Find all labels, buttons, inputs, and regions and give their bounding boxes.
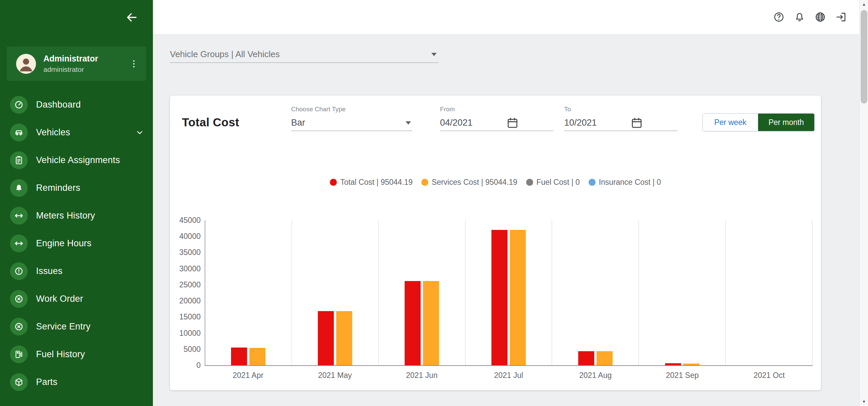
fuel-history-icon bbox=[10, 346, 28, 363]
chevron-down-icon bbox=[431, 53, 437, 56]
notifications-icon[interactable] bbox=[793, 11, 806, 23]
legend-label: Services Cost | 95044.19 bbox=[432, 178, 518, 187]
app-root: Administrator administrator DashboardVeh… bbox=[0, 0, 868, 406]
calendar-icon[interactable] bbox=[597, 116, 676, 129]
legend-dot bbox=[589, 179, 596, 186]
assignments-icon bbox=[10, 151, 28, 169]
legend-total-cost[interactable]: Total Cost | 95044.19 bbox=[330, 178, 413, 187]
legend-fuel-cost[interactable]: Fuel Cost | 0 bbox=[526, 178, 580, 187]
profile-card[interactable]: Administrator administrator bbox=[7, 47, 146, 81]
date-from-value: 04/2021 bbox=[440, 118, 473, 128]
legend-dot bbox=[421, 179, 428, 186]
legend-services-cost[interactable]: Services Cost | 95044.19 bbox=[421, 178, 518, 187]
language-icon[interactable] bbox=[814, 11, 827, 23]
card-title: Total Cost bbox=[182, 116, 239, 129]
y-tick-label: 10000 bbox=[179, 328, 200, 338]
chart-cell-2021-may bbox=[292, 220, 379, 365]
chart-cell-2021-jun bbox=[379, 220, 466, 365]
kebab-icon bbox=[129, 58, 139, 69]
x-axis-label: 2021 Oct bbox=[726, 371, 813, 380]
main-content: Vehicle Groups | All Vehicles Total Cost… bbox=[153, 35, 859, 406]
sidebar-item-reminders[interactable]: Reminders bbox=[0, 174, 153, 202]
y-tick-label: 20000 bbox=[179, 296, 200, 306]
topbar bbox=[153, 0, 859, 34]
y-tick-label: 0 bbox=[196, 361, 200, 370]
scroll-up-button[interactable] bbox=[860, 0, 868, 9]
y-tick-label: 35000 bbox=[179, 248, 200, 257]
sidebar-item-vehicle-assignments[interactable]: Vehicle Assignments bbox=[0, 146, 153, 174]
per-week-button[interactable]: Per week bbox=[703, 114, 758, 131]
chart-legend: Total Cost | 95044.19Services Cost | 950… bbox=[170, 178, 821, 187]
calendar-icon[interactable] bbox=[473, 116, 552, 129]
plot-area: 0500010000150002000025000300003500040000… bbox=[205, 220, 813, 366]
bar-services-cost bbox=[683, 364, 700, 365]
bar-services-cost bbox=[510, 230, 526, 365]
logout-icon[interactable] bbox=[835, 11, 847, 23]
sidebar-item-parts[interactable]: Parts bbox=[0, 368, 153, 396]
sidebar-menu: DashboardVehiclesVehicle AssignmentsRemi… bbox=[0, 91, 153, 396]
sidebar-item-dashboard[interactable]: Dashboard bbox=[0, 91, 153, 119]
chevron-down-icon bbox=[135, 128, 144, 137]
sidebar-item-label: Vehicle Assignments bbox=[36, 155, 120, 166]
sidebar-header bbox=[0, 0, 153, 34]
x-axis-labels: 2021 Apr2021 May2021 Jun2021 Jul2021 Aug… bbox=[205, 371, 813, 380]
chart-cell-2021-jul bbox=[466, 220, 553, 365]
sidebar-item-label: Work Order bbox=[36, 294, 83, 304]
date-from-field[interactable]: From 04/2021 bbox=[440, 106, 554, 131]
sidebar-item-engine-hours[interactable]: Engine Hours bbox=[0, 230, 153, 257]
bar-services-cost bbox=[249, 348, 266, 365]
sidebar-item-label: Vehicles bbox=[36, 127, 70, 138]
x-axis-label: 2021 Jun bbox=[378, 371, 465, 380]
bar-total-cost bbox=[231, 348, 247, 365]
chart-type-label: Choose Chart Type bbox=[291, 106, 412, 113]
scrollbar-thumb[interactable] bbox=[861, 10, 867, 104]
chart-type-select[interactable]: Choose Chart Type Bar bbox=[291, 106, 412, 131]
y-tick-label: 15000 bbox=[179, 313, 200, 321]
scrollbar[interactable] bbox=[859, 0, 868, 406]
y-tick-label: 45000 bbox=[179, 216, 200, 225]
sidebar-item-issues[interactable]: Issues bbox=[0, 257, 153, 285]
profile-menu-button[interactable] bbox=[129, 58, 139, 69]
sidebar-item-fuel-history[interactable]: Fuel History bbox=[0, 341, 153, 368]
profile-text: Administrator administrator bbox=[43, 54, 98, 74]
x-axis-label: 2021 May bbox=[291, 371, 378, 380]
bar-total-cost bbox=[578, 351, 594, 365]
sidebar-item-label: Meters History bbox=[36, 210, 95, 221]
x-axis-label: 2021 Apr bbox=[205, 371, 291, 380]
reminders-icon bbox=[10, 179, 28, 197]
sidebar-item-vehicles[interactable]: Vehicles bbox=[0, 119, 153, 146]
sidebar-item-label: Fuel History bbox=[36, 349, 85, 359]
sidebar: Administrator administrator DashboardVeh… bbox=[0, 0, 153, 406]
legend-dot bbox=[330, 179, 337, 186]
profile-name: Administrator bbox=[43, 54, 98, 64]
date-from-label: From bbox=[440, 106, 554, 113]
date-to-value: 10/2021 bbox=[564, 118, 597, 128]
help-icon[interactable] bbox=[773, 11, 785, 23]
date-to-field[interactable]: To 10/2021 bbox=[564, 106, 678, 131]
legend-dot bbox=[526, 179, 533, 186]
parts-icon bbox=[10, 373, 28, 391]
sidebar-item-service-entry[interactable]: Service Entry bbox=[0, 313, 153, 341]
bar-services-cost bbox=[336, 311, 352, 365]
vehicle-groups-select[interactable]: Vehicle Groups | All Vehicles bbox=[170, 46, 439, 63]
sidebar-item-work-order[interactable]: Work Order bbox=[0, 285, 153, 313]
chevron-down-icon bbox=[406, 121, 411, 125]
issues-icon bbox=[10, 262, 28, 280]
meters-history-icon bbox=[10, 207, 28, 225]
y-tick-label: 30000 bbox=[179, 264, 200, 273]
back-arrow-icon bbox=[125, 11, 138, 24]
scroll-down-button[interactable] bbox=[860, 397, 868, 406]
legend-insurance-cost[interactable]: Insurance Cost | 0 bbox=[589, 178, 661, 187]
legend-label: Fuel Cost | 0 bbox=[536, 178, 580, 187]
engine-hours-icon bbox=[10, 235, 28, 252]
collapse-sidebar-button[interactable] bbox=[125, 11, 138, 24]
x-axis-label: 2021 Aug bbox=[552, 371, 639, 380]
sidebar-item-label: Issues bbox=[36, 266, 62, 277]
sidebar-item-label: Engine Hours bbox=[36, 238, 91, 249]
per-month-button[interactable]: Per month bbox=[758, 114, 814, 131]
vehicles-icon bbox=[10, 124, 28, 141]
avatar-icon bbox=[16, 54, 36, 74]
sidebar-item-meters-history[interactable]: Meters History bbox=[0, 202, 153, 230]
x-axis-label: 2021 Sep bbox=[639, 371, 726, 380]
avatar bbox=[16, 54, 36, 74]
